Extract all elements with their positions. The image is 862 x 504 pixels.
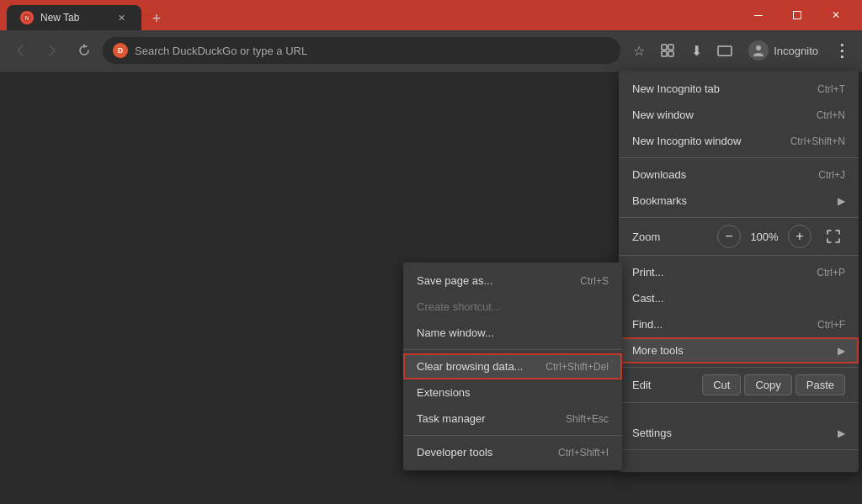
edit-row: Edit Cut Copy Paste — [619, 371, 859, 399]
menu-shortcut: Ctrl+N — [817, 109, 845, 121]
menu-item-print[interactable]: Print... Ctrl+P — [619, 259, 859, 285]
refresh-button[interactable] — [71, 37, 98, 64]
copy-button[interactable]: Copy — [744, 374, 791, 395]
menu-button[interactable]: ⋮ — [828, 37, 855, 64]
toolbar-icons: ☆ ⬇ Incognito ⋮ — [625, 37, 855, 64]
menu-item-label: New Incognito tab — [632, 82, 804, 95]
menu-item-more-tools[interactable]: More tools ▶ — [619, 337, 859, 363]
tab-area: N New Tab ✕ + — [7, 0, 739, 30]
zoom-value: 100% — [748, 231, 781, 243]
menu-item-label: Create shortcut... — [417, 300, 609, 313]
main-content: New Incognito tab Ctrl+T New window Ctrl… — [0, 71, 862, 504]
menu-item-label: Save page as... — [417, 274, 567, 287]
address-text: Search DuckDuckGo or type a URL — [135, 45, 610, 57]
menu-item-label: More tools — [632, 344, 831, 357]
zoom-plus-button[interactable]: + — [788, 225, 811, 248]
menu-item-new-window[interactable]: New window Ctrl+N — [619, 102, 859, 128]
menu-shortcut: Ctrl+J — [818, 169, 845, 181]
menu-shortcut: Ctrl+S — [580, 275, 609, 287]
submenu-item-extensions[interactable]: Extensions — [403, 379, 622, 406]
submenu-item-clear-browsing[interactable]: Clear browsing data... Ctrl+Shift+Del — [403, 353, 622, 379]
extensions-button[interactable] — [654, 37, 681, 64]
menu-divider — [619, 367, 859, 368]
svg-rect-8 — [718, 46, 732, 56]
menu-item-label: Clear browsing data... — [417, 360, 532, 373]
zoom-controls: − 100% + — [717, 225, 845, 248]
menu-item-help[interactable]: Settings ▶ — [619, 420, 859, 446]
menu-item-label: Cast... — [632, 292, 845, 305]
zoom-label: Zoom — [632, 231, 717, 243]
tab-title: New Tab — [40, 12, 108, 24]
menu-item-label: New Incognito window — [632, 135, 777, 147]
svg-rect-6 — [662, 51, 667, 56]
menu-divider — [619, 402, 859, 403]
forward-button[interactable] — [39, 37, 66, 64]
address-bar[interactable]: D Search DuckDuckGo or type a URL — [103, 37, 620, 64]
menu-divider — [619, 449, 859, 450]
active-tab[interactable]: N New Tab ✕ — [7, 5, 141, 30]
submenu-item-developer-tools[interactable]: Developer tools Ctrl+Shift+I — [403, 439, 622, 465]
fullscreen-button[interactable] — [822, 225, 845, 248]
cast-button[interactable] — [711, 37, 738, 64]
menu-shortcut: Ctrl+Shift+N — [790, 135, 845, 147]
svg-rect-2 — [754, 15, 763, 16]
toolbar: D Search DuckDuckGo or type a URL ☆ ⬇ In… — [0, 30, 862, 71]
menu-shortcut: Ctrl+T — [817, 83, 845, 95]
menu-item-bookmarks[interactable]: Bookmarks ▶ — [619, 188, 859, 214]
menu-item-label: New window — [632, 109, 803, 121]
menu-item-label: Task manager — [417, 412, 552, 425]
chevron-right-icon: ▶ — [838, 195, 845, 207]
main-menu: New Incognito tab Ctrl+T New window Ctrl… — [619, 71, 859, 472]
incognito-button[interactable]: Incognito — [740, 37, 827, 64]
window-controls: ✕ — [739, 0, 855, 30]
menu-item-exit[interactable] — [619, 454, 859, 467]
edit-label: Edit — [632, 379, 699, 391]
menu-item-label: Print... — [632, 266, 803, 279]
submenu-item-create-shortcut[interactable]: Create shortcut... — [403, 294, 622, 320]
star-button[interactable]: ☆ — [625, 37, 652, 64]
menu-item-cast[interactable]: Cast... — [619, 285, 859, 311]
submenu-item-name-window[interactable]: Name window... — [403, 320, 622, 346]
menu-shortcut: Shift+Esc — [566, 413, 609, 425]
svg-rect-5 — [668, 45, 673, 50]
more-tools-submenu: Save page as... Ctrl+S Create shortcut..… — [403, 263, 622, 470]
svg-rect-7 — [668, 51, 673, 56]
menu-item-label: Settings — [632, 427, 831, 439]
menu-item-find[interactable]: Find... Ctrl+F — [619, 311, 859, 337]
cut-button[interactable]: Cut — [702, 374, 741, 395]
svg-rect-4 — [662, 45, 667, 50]
new-tab-button[interactable]: + — [145, 7, 168, 30]
menu-item-downloads[interactable]: Downloads Ctrl+J — [619, 162, 859, 188]
title-bar: N New Tab ✕ + ✕ — [0, 0, 862, 30]
menu-divider — [619, 217, 859, 218]
ddg-icon: D — [113, 43, 128, 58]
menu-divider — [403, 349, 622, 350]
menu-divider — [403, 435, 622, 436]
menu-item-label: Downloads — [632, 168, 805, 181]
chevron-right-icon: ▶ — [838, 427, 845, 439]
menu-item-new-incognito-tab[interactable]: New Incognito tab Ctrl+T — [619, 76, 859, 102]
menu-item-settings[interactable] — [619, 406, 859, 420]
maximize-button[interactable] — [778, 0, 817, 30]
svg-rect-3 — [794, 12, 801, 19]
menu-item-new-incognito-window[interactable]: New Incognito window Ctrl+Shift+N — [619, 128, 859, 154]
menu-item-label: Name window... — [417, 326, 609, 339]
zoom-minus-button[interactable]: − — [717, 225, 741, 248]
zoom-row: Zoom − 100% + — [619, 221, 859, 252]
paste-button[interactable]: Paste — [795, 374, 845, 395]
submenu-item-task-manager[interactable]: Task manager Shift+Esc — [403, 406, 622, 432]
menu-item-label: Developer tools — [417, 446, 545, 459]
submenu-item-save-page[interactable]: Save page as... Ctrl+S — [403, 268, 622, 294]
download-button[interactable]: ⬇ — [683, 37, 710, 64]
svg-text:N: N — [24, 15, 29, 21]
close-button[interactable]: ✕ — [817, 0, 855, 30]
minimize-button[interactable] — [739, 0, 778, 30]
menu-item-label: Extensions — [417, 386, 609, 399]
back-button[interactable] — [7, 37, 34, 64]
menu-shortcut: Ctrl+Shift+I — [558, 447, 609, 459]
chevron-right-icon: ▶ — [838, 345, 845, 357]
menu-item-label: Find... — [632, 318, 804, 331]
incognito-avatar — [748, 40, 769, 61]
tab-close-button[interactable]: ✕ — [114, 11, 128, 24]
menu-item-label: Bookmarks — [632, 194, 831, 207]
